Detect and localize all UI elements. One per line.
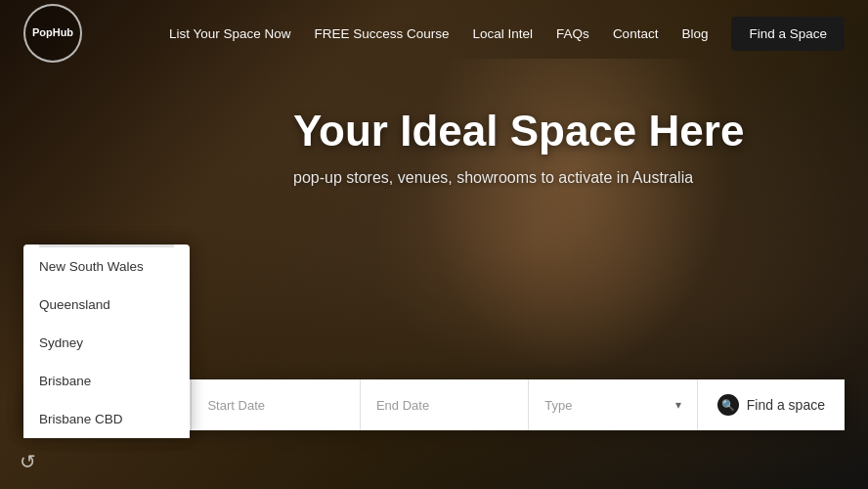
navbar: PopHub List Your Space Now FREE Success …: [0, 0, 868, 67]
type-text: Type: [544, 398, 674, 413]
nav-contact[interactable]: Contact: [613, 26, 659, 41]
nav-local-intel[interactable]: Local Intel: [473, 26, 534, 41]
hero-title: Your Ideal Space Here: [293, 106, 868, 157]
logo[interactable]: PopHub: [23, 4, 82, 63]
type-field[interactable]: Type ▾: [529, 379, 697, 430]
start-date-field[interactable]: Start Date: [192, 379, 360, 430]
end-date-field[interactable]: End Date: [361, 379, 529, 430]
start-date-text: Start Date: [207, 398, 265, 413]
nav-free-course[interactable]: FREE Success Course: [315, 26, 450, 41]
nav-links: List Your Space Now FREE Success Course …: [169, 17, 845, 51]
end-date-text: End Date: [376, 398, 429, 413]
type-arrow-icon: ▾: [675, 398, 681, 412]
dropdown-item-brisbane-cbd[interactable]: Brisbane CBD: [23, 400, 190, 438]
nav-faqs[interactable]: FAQs: [556, 26, 589, 41]
location-dropdown: New South Wales Queensland Sydney Brisba…: [23, 244, 190, 438]
hero-content: Your Ideal Space Here pop-up stores, ven…: [0, 67, 868, 187]
dropdown-item-qld[interactable]: Queensland: [23, 286, 190, 324]
dropdown-item-nsw[interactable]: New South Wales: [23, 247, 190, 286]
hero-subtitle: pop-up stores, venues, showrooms to acti…: [293, 169, 868, 187]
refresh-icon: ↺: [20, 450, 36, 473]
dropdown-item-sydney[interactable]: Sydney: [23, 324, 190, 362]
nav-list-space[interactable]: List Your Space Now: [169, 26, 291, 41]
logo-text: PopHub: [32, 26, 73, 39]
find-space-nav-button[interactable]: Find a Space: [731, 17, 845, 51]
hero-section: PopHub List Your Space Now FREE Success …: [0, 0, 868, 489]
find-space-search-button[interactable]: 🔍 Find a space: [698, 379, 845, 430]
dropdown-item-brisbane[interactable]: Brisbane: [23, 362, 190, 400]
search-button-label: Find a space: [747, 397, 825, 413]
refresh-icon-container[interactable]: ↺: [14, 448, 41, 475]
nav-blog[interactable]: Blog: [681, 26, 708, 41]
search-icon: 🔍: [717, 394, 739, 416]
